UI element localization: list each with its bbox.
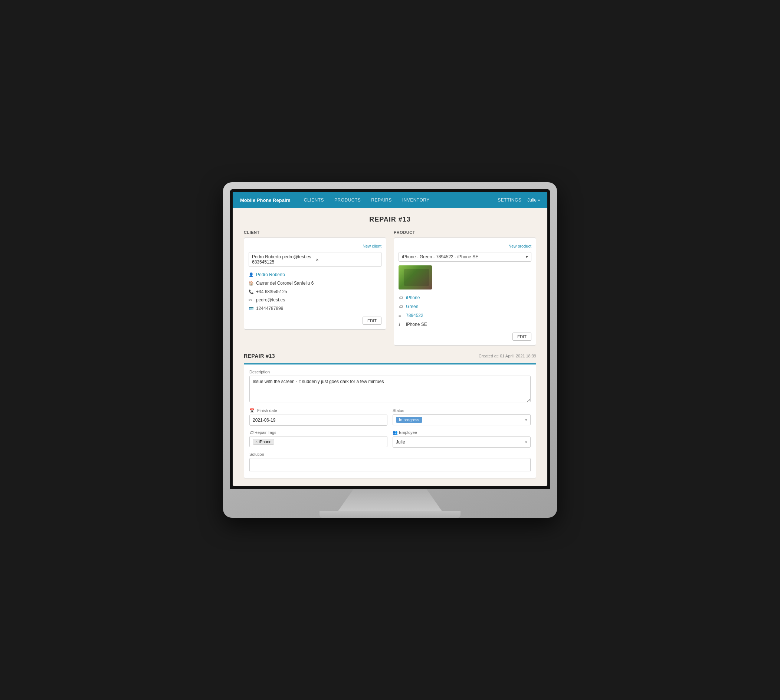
product-tag-model: iPhone SE [406,320,427,329]
status-badge: In progress [396,417,422,423]
client-edit-btn-row: EDIT [248,317,382,325]
client-search-value: Pedro Roberto pedro@test.es 683545125 [252,254,314,265]
product-card: New product iPhone - Green - 7894522 - i… [394,238,536,345]
address-icon: 🏠 [248,280,254,287]
monitor-base [320,511,460,518]
product-tag-green[interactable]: Green [406,302,418,311]
id-icon: 🪪 [248,305,254,313]
nav-inventory[interactable]: INVENTORY [398,195,434,205]
new-client-link[interactable]: New client [363,244,382,248]
new-client-link-row: New client [248,242,382,249]
product-edit-button[interactable]: EDIT [512,333,532,341]
repair-tags-label: 🏷 Repair Tags [249,430,387,435]
product-tag-green-row: 🏷 Green [398,302,532,311]
client-email: pedro@test.es [256,296,285,304]
description-textarea[interactable] [249,376,531,402]
client-email-row: ✉ pedro@test.es [248,296,382,304]
finish-date-label: 📅 Finish date [249,408,387,413]
page-content: REPAIR #13 CLIENT New client Pedro Rober… [233,208,547,486]
model-icon: ℹ [398,320,404,328]
client-name-link[interactable]: Pedro Roberto [256,270,285,279]
product-select-arrow: ▾ [526,255,528,260]
page-title: REPAIR #13 [244,216,536,223]
person-icon: 👤 [248,271,254,279]
tags-input[interactable]: × iPhone [249,436,387,447]
product-image [398,265,432,290]
nav-repairs[interactable]: REPAIRS [367,195,396,205]
repair-created-at: Created at: 01 April, 2021 18:39 [479,354,536,358]
product-tag-serial-row: ≡ 7894522 [398,311,532,320]
product-tag-iphone[interactable]: iPhone [406,293,420,302]
solution-label: Solution [249,452,531,457]
navbar: Mobile Phone Repairs CLIENTS PRODUCTS RE… [233,192,547,208]
nav-settings[interactable]: SETTINGS [498,197,522,203]
client-label: CLIENT [244,230,386,235]
monitor-stand [338,489,442,511]
finish-date-input[interactable] [249,415,387,426]
email-icon: ✉ [248,296,254,304]
tag-chip-iphone: × iPhone [253,439,274,445]
product-tag-model-row: ℹ iPhone SE [398,320,532,329]
client-address: Carrer del Coronel Sanfeliu 6 [256,279,313,288]
product-select-value: iPhone - Green - 7894522 - iPhone SE [402,254,478,260]
phone-icon: 📞 [248,288,254,296]
client-id: 12444787899 [256,304,283,313]
employee-select-arrow: ▾ [525,440,527,445]
client-phone: +34 683545125 [256,288,287,296]
serial-icon: ≡ [398,312,404,320]
repair-form-row1: 📅 Finish date Status In progress ▾ [249,408,531,426]
nav-clients[interactable]: CLIENTS [300,195,328,205]
client-clear-btn[interactable]: × [316,257,378,262]
employee-select[interactable]: Julie ▾ [393,437,531,448]
employee-field: 👥 Employee Julie ▾ [393,430,531,448]
nav-products[interactable]: PRODUCTS [330,195,365,205]
employee-label: 👥 Employee [393,430,531,435]
finish-date-field: 📅 Finish date [249,408,387,426]
status-select-arrow: ▾ [525,418,527,422]
repair-section: Description 📅 Finish date [244,363,536,478]
product-section: PRODUCT New product iPhone - Green - 789… [394,230,536,345]
new-product-link-row: New product [398,242,532,249]
repair-tags-field: 🏷 Repair Tags × iPhone [249,430,387,448]
client-info: 👤 Pedro Roberto 🏠 Carrer del Coronel San… [248,270,382,313]
nav-user[interactable]: Julie [527,197,540,203]
tag-chip-remove[interactable]: × [255,440,258,444]
status-label: Status [393,408,531,413]
repair-container: REPAIR #13 Created at: 01 April, 2021 18… [244,353,536,478]
repair-title: REPAIR #13 [244,353,275,359]
nav-links: CLIENTS PRODUCTS REPAIRS INVENTORY [300,195,498,205]
client-edit-button[interactable]: EDIT [363,317,382,325]
solution-textarea[interactable] [249,458,531,472]
client-name-row: 👤 Pedro Roberto [248,270,382,279]
employee-select-value: Julie [396,440,405,445]
repair-header: REPAIR #13 Created at: 01 April, 2021 18… [244,353,536,359]
navbar-right: SETTINGS Julie [498,197,540,203]
product-tags: 🏷 iPhone 🏷 Green ≡ 7894522 [398,293,532,329]
tag-icon-1: 🏷 [398,293,404,302]
product-edit-btn-row: EDIT [398,333,532,341]
product-select[interactable]: iPhone - Green - 7894522 - iPhone SE ▾ [398,252,532,262]
product-label: PRODUCT [394,230,536,235]
status-select[interactable]: In progress ▾ [393,414,531,425]
client-address-row: 🏠 Carrer del Coronel Sanfeliu 6 [248,279,382,288]
repair-form-row2: 🏷 Repair Tags × iPhone [249,430,531,448]
calendar-icon: 📅 [249,408,255,413]
tag-icon-2: 🏷 [398,302,404,311]
product-tag-serial[interactable]: 7894522 [406,311,423,320]
tag-chip-label: iPhone [258,440,271,444]
product-tag-iphone-row: 🏷 iPhone [398,293,532,302]
new-product-link[interactable]: New product [508,244,532,248]
client-section: CLIENT New client Pedro Roberto pedro@te… [244,230,386,345]
client-card: New client Pedro Roberto pedro@test.es 6… [244,238,386,330]
employee-icon: 👥 [393,430,399,435]
client-search-input[interactable]: Pedro Roberto pedro@test.es 683545125 × [248,252,382,267]
top-section: CLIENT New client Pedro Roberto pedro@te… [244,230,536,345]
status-field: Status In progress ▾ [393,408,531,426]
description-label: Description [249,370,531,374]
client-phone-row: 📞 +34 683545125 [248,288,382,296]
client-id-row: 🪪 12444787899 [248,304,382,313]
brand-title[interactable]: Mobile Phone Repairs [240,197,290,203]
tag-icon: 🏷 [249,430,255,435]
